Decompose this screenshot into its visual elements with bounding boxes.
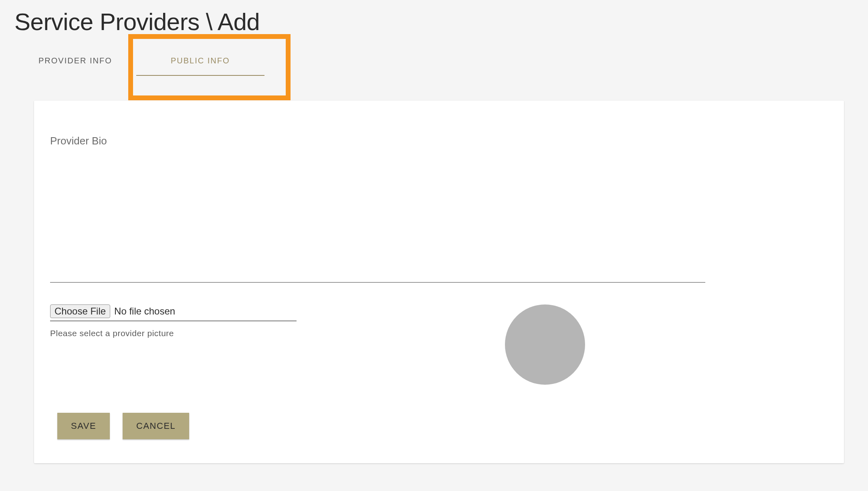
file-row: Choose File No file chosen Please select… <box>50 304 824 385</box>
button-row: SAVE CANCEL <box>50 413 824 439</box>
bio-textarea[interactable] <box>50 150 705 283</box>
form-card: Provider Bio Choose File No file chosen … <box>34 101 844 463</box>
tab-provider-info[interactable]: PROVIDER INFO <box>38 54 112 75</box>
tab-public-info[interactable]: PUBLIC INFO <box>136 54 264 76</box>
bio-label: Provider Bio <box>50 135 824 147</box>
file-input[interactable]: Choose File No file chosen <box>50 304 297 321</box>
avatar-placeholder <box>505 304 585 385</box>
file-hint-text: Please select a provider picture <box>50 329 297 338</box>
choose-file-button[interactable]: Choose File <box>50 304 110 318</box>
file-status-text: No file chosen <box>110 306 175 317</box>
bio-section: Provider Bio <box>50 135 824 284</box>
file-column: Choose File No file chosen Please select… <box>50 304 297 338</box>
page-title: Service Providers \ Add <box>0 0 868 36</box>
tabs: PROVIDER INFO PUBLIC INFO <box>0 36 868 80</box>
cancel-button[interactable]: CANCEL <box>123 413 189 439</box>
save-button[interactable]: SAVE <box>57 413 110 439</box>
